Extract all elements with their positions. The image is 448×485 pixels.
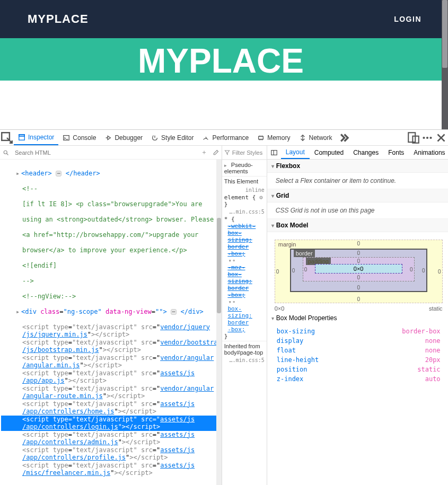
boxmodel-prop-row: floatnone bbox=[275, 346, 443, 355]
boxmodel-position: static bbox=[429, 305, 443, 312]
dom-script-node[interactable]: <script type="text/javascript" src="asse… bbox=[1, 431, 222, 446]
svg-rect-5 bbox=[408, 133, 415, 142]
layout-tab-changes[interactable]: Changes bbox=[348, 146, 383, 159]
svg-point-8 bbox=[426, 136, 428, 138]
grid-message: CSS Grid is not in use on this page bbox=[267, 202, 448, 219]
tab-inspector[interactable]: Inspector bbox=[14, 130, 58, 145]
login-link[interactable]: LOGIN bbox=[394, 15, 421, 23]
html-panel: ＋ ▸<<header>header> ⋯ </header> <!-- [if… bbox=[0, 146, 222, 485]
site-header: MYPLACE LOGIN bbox=[0, 0, 442, 38]
svg-point-7 bbox=[423, 136, 425, 138]
devtools-panel: Inspector Console Debugger Style Editor … bbox=[0, 129, 448, 485]
html-search-input[interactable] bbox=[12, 146, 198, 159]
hero-banner: MYPLACE bbox=[0, 38, 442, 81]
html-tree-scrollbar-v[interactable] bbox=[216, 160, 222, 485]
tab-inspector-label: Inspector bbox=[28, 134, 54, 141]
tab-performance[interactable]: Performance bbox=[198, 130, 253, 145]
boxmodel-props-header[interactable]: ▾Box Model Properties bbox=[267, 312, 448, 324]
svg-rect-11 bbox=[271, 150, 277, 155]
search-icon bbox=[0, 149, 12, 156]
svg-rect-4 bbox=[259, 136, 263, 139]
tab-debugger-label: Debugger bbox=[115, 134, 143, 142]
dom-script-node[interactable]: <script type="text/javascript" src="vend… bbox=[1, 354, 222, 369]
layout-tab-fonts[interactable]: Fonts bbox=[383, 146, 409, 159]
dom-script-node[interactable]: <script type="text/javascript" src="vend… bbox=[1, 339, 222, 354]
tab-memory-label: Memory bbox=[267, 134, 290, 142]
more-menu-icon[interactable] bbox=[420, 130, 434, 145]
tab-network[interactable]: Network bbox=[295, 130, 337, 145]
tab-performance-label: Performance bbox=[212, 134, 249, 142]
boxmodel-prop-row: displaynone bbox=[275, 336, 443, 346]
svg-point-10 bbox=[4, 151, 7, 154]
close-devtools-icon[interactable] bbox=[434, 130, 448, 145]
devtools-tabs: Inspector Console Debugger Style Editor … bbox=[0, 130, 448, 146]
box-model-diagram: margin 0 0 0 0 border 0 0 0 0 bbox=[267, 232, 448, 303]
hero-title: MYPLACE bbox=[138, 41, 304, 81]
boxmodel-props-list: box-sizingborder-boxdisplaynonefloatnone… bbox=[267, 324, 448, 391]
boxmodel-section-header[interactable]: ▾Box Model bbox=[267, 219, 448, 232]
boxmodel-prop-row: box-sizingborder-box bbox=[275, 327, 443, 336]
tab-style-editor[interactable]: Style Editor bbox=[147, 130, 198, 145]
layout-tab-layout[interactable]: Layout bbox=[281, 146, 310, 159]
add-element-icon[interactable]: ＋ bbox=[198, 148, 210, 157]
boxmodel-dim: 0×0 bbox=[275, 305, 285, 312]
hero-below-space bbox=[0, 81, 442, 129]
dom-script-node[interactable]: <script type="text/javascript" src="asse… bbox=[1, 462, 222, 477]
page-scrollbar[interactable] bbox=[442, 0, 448, 129]
layout-pane-toggle-icon[interactable] bbox=[267, 149, 281, 156]
brand-logo[interactable]: MYPLACE bbox=[28, 12, 89, 26]
pick-element-icon[interactable] bbox=[0, 130, 14, 145]
html-search-row: ＋ bbox=[0, 146, 222, 160]
tab-style-editor-label: Style Editor bbox=[161, 134, 194, 142]
page-viewport: MYPLACE LOGIN MYPLACE bbox=[0, 0, 448, 129]
flexbox-message: Select a Flex container or item to conti… bbox=[267, 173, 448, 189]
dom-script-node[interactable]: <script type="text/javascript" src="vend… bbox=[1, 385, 222, 400]
eyedropper-icon[interactable] bbox=[210, 149, 222, 156]
boxmodel-prop-row: z-indexauto bbox=[275, 374, 443, 384]
svg-point-9 bbox=[429, 136, 432, 138]
tab-network-label: Network bbox=[309, 134, 332, 142]
dom-script-node[interactable]: <script type="text/javascript" src="asse… bbox=[1, 369, 222, 385]
filter-styles-label[interactable]: Filter Styles bbox=[232, 149, 262, 156]
boxmodel-prop-row: line-height20px bbox=[275, 355, 443, 365]
boxmodel-prop-row: positionstatic bbox=[275, 365, 443, 374]
overflow-tabs-icon[interactable] bbox=[337, 130, 350, 145]
dom-script-node[interactable]: <script type="text/javascript" src="asse… bbox=[1, 400, 222, 416]
tab-memory[interactable]: Memory bbox=[253, 130, 294, 145]
dom-script-node[interactable]: <script type="text/javascript" src="vend… bbox=[1, 323, 222, 339]
tab-console[interactable]: Console bbox=[58, 130, 100, 145]
layout-panel: Layout Computed Changes Fonts Animations… bbox=[267, 146, 448, 485]
tab-debugger[interactable]: Debugger bbox=[100, 130, 147, 145]
grid-section-header[interactable]: ▾Grid bbox=[267, 189, 448, 202]
layout-tab-computed[interactable]: Computed bbox=[310, 146, 348, 159]
layout-tab-animations[interactable]: Animations bbox=[409, 146, 448, 159]
dom-script-node[interactable]: <script type="text/javascript" src="asse… bbox=[1, 446, 222, 462]
rules-panel: Filter Styles ▸ Pseudo-elements This Ele… bbox=[222, 146, 267, 485]
flexbox-section-header[interactable]: ▾Flexbox bbox=[267, 160, 448, 173]
dom-script-node[interactable]: <script type="text/javascript" src="asse… bbox=[1, 416, 222, 431]
svg-rect-2 bbox=[19, 134, 25, 136]
tab-console-label: Console bbox=[73, 134, 96, 142]
dom-tree[interactable]: ▸<<header>header> ⋯ </header> <!-- [if l… bbox=[0, 160, 222, 485]
responsive-mode-icon[interactable] bbox=[407, 130, 420, 145]
